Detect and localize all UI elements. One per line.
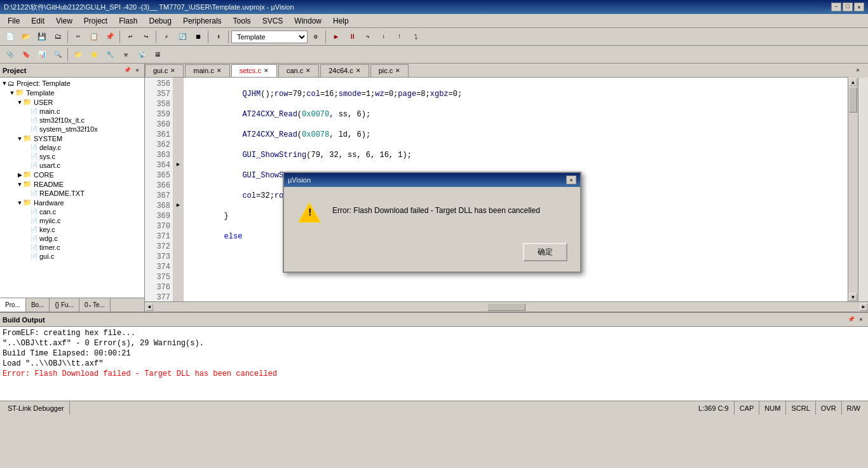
toolbar2-btn4[interactable]: 🔍	[50, 48, 65, 62]
panel-pin-btn[interactable]: 📌	[123, 66, 132, 75]
target-settings-btn[interactable]: ⚙	[308, 30, 323, 44]
tab-setcs-c[interactable]: setcs.c ✕	[231, 64, 277, 77]
menu-flash[interactable]: Flash	[114, 15, 142, 27]
expand-icon[interactable]: ▼	[17, 200, 23, 206]
toolbar2-btn2[interactable]: 🔖	[18, 48, 34, 62]
debug-stop-btn[interactable]: ⏸	[344, 30, 360, 44]
scroll-up-btn[interactable]: ▲	[849, 78, 857, 86]
menu-view[interactable]: View	[51, 15, 78, 27]
tree-usart-c[interactable]: 📄 usart.c	[1, 161, 143, 170]
tree-stm32-it[interactable]: 📄 stm32f10x_it.c	[1, 116, 143, 125]
menu-window[interactable]: Window	[289, 15, 327, 27]
tree-myiic-c[interactable]: 📄 myiic.c	[1, 216, 143, 225]
step-out-btn[interactable]: ↑	[392, 30, 407, 44]
tree-wdg-c[interactable]: 📄 wdg.c	[1, 234, 143, 243]
toolbar2-btn3[interactable]: 📊	[34, 48, 50, 62]
paste-btn[interactable]: 📌	[102, 30, 118, 44]
toolbar2-btn7[interactable]: 🔧	[102, 48, 118, 62]
save-all-btn[interactable]: 🗂	[50, 30, 65, 44]
tree-readme-folder[interactable]: ▼ 📁 README	[1, 179, 143, 189]
menu-debug[interactable]: Debug	[144, 15, 177, 27]
tab-main-c[interactable]: main.c ✕	[185, 64, 229, 77]
tree-user-folder[interactable]: ▼ 📁 USER	[1, 97, 143, 107]
toolbar2-btn1[interactable]: 📎	[3, 48, 18, 62]
menu-svcs[interactable]: SVCS	[257, 15, 288, 27]
tab-templates[interactable]: 0₊ Te...	[79, 298, 111, 312]
tree-project[interactable]: ▼ 🗂 Project: Template	[1, 79, 143, 88]
tab-books[interactable]: Bo...	[26, 298, 50, 312]
close-gui-c[interactable]: ✕	[170, 67, 175, 74]
scroll-left-btn[interactable]: ◄	[146, 303, 153, 311]
tree-hardware-folder[interactable]: ▼ 📁 Hardware	[1, 198, 143, 207]
expand-icon[interactable]: ▼	[17, 181, 23, 188]
tab-pic-c[interactable]: pic.c ✕	[370, 64, 409, 77]
step-in-btn[interactable]: ↓	[376, 30, 391, 44]
toolbar2-btn6[interactable]: ⭐	[86, 48, 102, 62]
close-button[interactable]: ✕	[854, 3, 864, 11]
close-setcs-c[interactable]: ✕	[264, 67, 269, 74]
copy-btn[interactable]: 📋	[86, 30, 102, 44]
tab-project[interactable]: Pro...	[0, 298, 26, 312]
build-btn[interactable]: ⚡	[159, 30, 174, 44]
toolbar2-btn9[interactable]: 📡	[134, 48, 149, 62]
scroll-down-btn[interactable]: ▼	[849, 293, 857, 301]
close-can-c[interactable]: ✕	[306, 67, 311, 74]
step-over-btn[interactable]: ↷	[360, 30, 376, 44]
close-main-c[interactable]: ✕	[217, 67, 222, 74]
build-pin-btn[interactable]: 📌	[846, 315, 855, 324]
menu-edit[interactable]: Edit	[26, 15, 50, 27]
tree-can-c[interactable]: 📄 can.c	[1, 207, 143, 216]
new-file-btn[interactable]: 📄	[3, 30, 18, 44]
run-to-cursor-btn[interactable]: ⤵	[408, 30, 423, 44]
target-dropdown[interactable]: Template	[231, 31, 308, 43]
tree-template[interactable]: ▼ 📁 Template	[1, 88, 143, 97]
redo-btn[interactable]: ↪	[139, 30, 154, 44]
build-close-btn[interactable]: ✕	[857, 315, 865, 324]
toolbar2-btn8[interactable]: ⚒	[118, 48, 133, 62]
tree-readme-txt[interactable]: 📄 README.TXT	[1, 189, 143, 198]
rebuild-btn[interactable]: 🔄	[175, 30, 190, 44]
menu-peripherals[interactable]: Peripherals	[178, 15, 227, 27]
expand-icon[interactable]: ▼	[9, 90, 15, 96]
tree-delay-c[interactable]: 📄 delay.c	[1, 143, 143, 152]
tree-system-stm32[interactable]: 📄 system_stm32f10x	[1, 125, 143, 134]
tree-gui-c[interactable]: 📄 gui.c	[1, 252, 143, 261]
undo-btn[interactable]: ↩	[123, 30, 138, 44]
tree-core-folder[interactable]: ▶ 📁 CORE	[1, 170, 143, 179]
close-pic-c[interactable]: ✕	[395, 67, 400, 74]
expand-icon[interactable]: ▼	[17, 99, 23, 106]
tree-timer-c[interactable]: 📄 timer.c	[1, 243, 143, 252]
expand-icon[interactable]: ▼	[17, 135, 23, 142]
tab-can-c[interactable]: can.c ✕	[278, 64, 319, 77]
tree-sys-c[interactable]: 📄 sys.c	[1, 152, 143, 161]
tree-key-c[interactable]: 📄 key.c	[1, 225, 143, 234]
tab-gui-c[interactable]: gui.c ✕	[145, 64, 184, 77]
menu-file[interactable]: File	[3, 15, 25, 27]
menu-tools[interactable]: Tools	[228, 15, 256, 27]
scroll-right-btn[interactable]: ►	[860, 303, 867, 311]
download-btn[interactable]: ⬇	[211, 30, 226, 44]
tab-24c64-c[interactable]: 24c64.c ✕	[320, 64, 369, 77]
scroll-thumb[interactable]	[849, 87, 857, 113]
close-24c64-c[interactable]: ✕	[356, 67, 361, 74]
stop-btn[interactable]: ⏹	[191, 30, 206, 44]
maximize-button[interactable]: □	[843, 3, 853, 11]
dialog-close-btn[interactable]: ✕	[566, 176, 576, 184]
dialog-ok-button[interactable]: 确定	[523, 243, 567, 261]
menu-project[interactable]: Project	[79, 15, 112, 27]
menu-help[interactable]: Help	[328, 15, 354, 27]
expand-icon[interactable]: ▼	[1, 80, 8, 86]
tree-main-c[interactable]: 📄 main.c	[1, 107, 143, 116]
save-btn[interactable]: 💾	[34, 30, 50, 44]
right-scrollbar[interactable]: ▲ ▼	[848, 78, 858, 301]
toolbar2-btn10[interactable]: 🖥	[150, 48, 165, 62]
minimize-button[interactable]: −	[831, 3, 841, 11]
tree-system-folder[interactable]: ▼ 📁 SYSTEM	[1, 134, 143, 143]
open-btn[interactable]: 📂	[18, 30, 34, 44]
cut-btn[interactable]: ✂	[71, 30, 86, 44]
h-scroll-thumb[interactable]	[487, 303, 526, 311]
close-all-tabs-btn[interactable]: ✕	[850, 64, 865, 78]
panel-close-btn[interactable]: ✕	[133, 66, 142, 75]
debug-start-btn[interactable]: ▶	[329, 30, 344, 44]
h-scroll[interactable]: ◄ ►	[145, 301, 868, 312]
